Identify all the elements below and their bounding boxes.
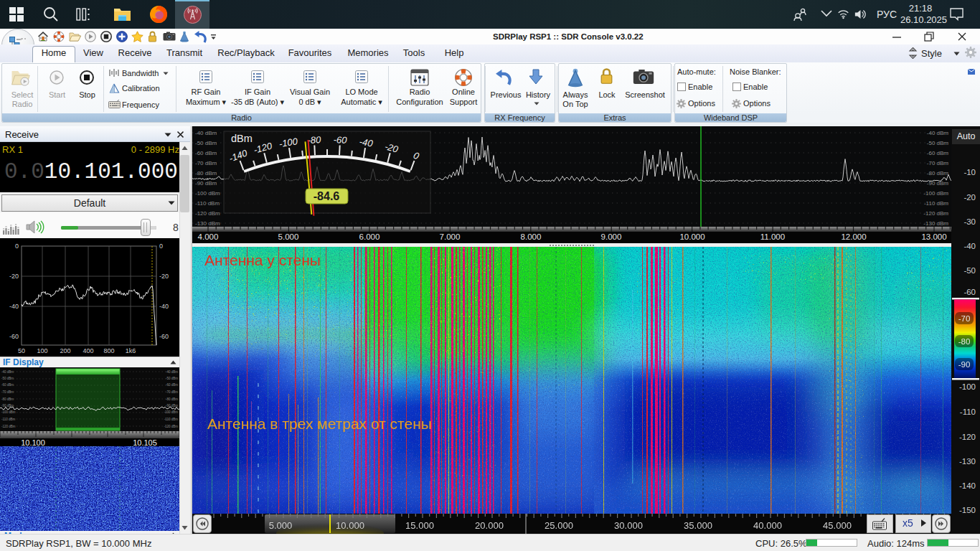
svg-text:100: 100 (37, 347, 47, 354)
svg-text:-50 dBm: -50 dBm (1, 377, 14, 380)
svg-text:12.000: 12.000 (841, 232, 866, 241)
svg-text:-70 dBm: -70 dBm (166, 390, 178, 394)
svg-text:0: 0 (15, 242, 19, 250)
svg-text:-80 dBm: -80 dBm (1, 397, 14, 401)
svg-text:40.000: 40.000 (753, 520, 782, 531)
svg-text:7.000: 7.000 (440, 232, 461, 241)
svg-text:20.000: 20.000 (475, 520, 504, 531)
svg-text:-130 dBm: -130 dBm (195, 220, 220, 227)
svg-text:-110 dBm: -110 dBm (924, 200, 948, 207)
svg-text:-50 dBm: -50 dBm (166, 377, 178, 380)
svg-text:-40 dBm: -40 dBm (195, 130, 217, 136)
svg-text:-20: -20 (159, 273, 169, 280)
svg-text:-80 dBm: -80 dBm (195, 170, 217, 176)
svg-text:-120 dBm: -120 dBm (164, 425, 178, 428)
svg-text:-90: -90 (958, 360, 971, 369)
svg-text:dBm: dBm (231, 133, 253, 144)
svg-text:-90 dBm: -90 dBm (195, 180, 217, 187)
svg-text:-80 dBm: -80 dBm (166, 397, 178, 401)
svg-text:-110 dBm: -110 dBm (1, 418, 15, 421)
svg-text:30.000: 30.000 (614, 520, 643, 531)
svg-text:0: 0 (159, 242, 163, 250)
svg-text:-50 dBm: -50 dBm (195, 140, 217, 146)
svg-text:1k6: 1k6 (126, 347, 136, 354)
svg-text:10.100: 10.100 (21, 438, 45, 447)
svg-text:9.000: 9.000 (601, 232, 622, 241)
svg-text:-60 dBm: -60 dBm (195, 150, 217, 156)
svg-text:400: 400 (83, 347, 93, 354)
svg-text:-20: -20 (9, 273, 19, 280)
svg-text:-40: -40 (9, 303, 19, 310)
svg-text:200: 200 (60, 347, 70, 354)
svg-text:10.000: 10.000 (679, 232, 705, 241)
svg-text:10.000: 10.000 (336, 520, 364, 531)
svg-text:-110 dBm: -110 dBm (164, 418, 178, 421)
svg-text:-70 dBm: -70 dBm (927, 160, 949, 166)
svg-text:-100 dBm: -100 dBm (195, 190, 220, 197)
svg-text:11.000: 11.000 (760, 232, 785, 241)
svg-text:-70 dBm: -70 dBm (195, 160, 217, 166)
svg-text:-60: -60 (159, 333, 169, 340)
svg-text:-84.6: -84.6 (314, 190, 340, 202)
svg-text:50: 50 (18, 347, 25, 354)
svg-text:-60 dBm: -60 dBm (1, 383, 14, 387)
svg-text:-120 dBm: -120 dBm (195, 210, 220, 217)
svg-text:-120 dBm: -120 dBm (1, 425, 16, 428)
svg-text:5.000: 5.000 (269, 520, 293, 531)
svg-text:10.105: 10.105 (133, 438, 157, 447)
svg-text:-100 dBm: -100 dBm (923, 190, 948, 197)
svg-text:-40 dBm: -40 dBm (927, 130, 949, 136)
svg-text:-80 dBm: -80 dBm (927, 170, 949, 176)
svg-text:45.000: 45.000 (823, 520, 852, 531)
svg-text:800: 800 (103, 347, 114, 354)
svg-text:-100 dBm: -100 dBm (164, 410, 178, 414)
svg-text:13.000: 13.000 (921, 232, 946, 241)
svg-text:-80: -80 (958, 337, 971, 346)
svg-text:-70 dBm: -70 dBm (1, 390, 14, 394)
svg-text:15.000: 15.000 (405, 520, 434, 531)
svg-text:-60 dBm: -60 dBm (927, 150, 949, 156)
svg-text:-110 dBm: -110 dBm (195, 200, 220, 207)
svg-text:-40: -40 (359, 136, 374, 149)
svg-text:-50 dBm: -50 dBm (927, 140, 949, 146)
svg-text:-60: -60 (333, 134, 347, 146)
svg-text:6.000: 6.000 (359, 232, 380, 241)
svg-text:-60 dBm: -60 dBm (166, 383, 178, 387)
svg-text:-70: -70 (958, 314, 971, 323)
svg-text:-40: -40 (159, 303, 169, 310)
svg-text:25.000: 25.000 (545, 520, 573, 531)
svg-text:-40 dBm: -40 dBm (166, 370, 178, 374)
svg-text:-60: -60 (9, 333, 19, 340)
svg-text:-130 dBm: -130 dBm (923, 220, 948, 227)
svg-text:35.000: 35.000 (684, 520, 712, 531)
svg-text:Антенна в трех метрах от стены: Антенна в трех метрах от стены (207, 415, 432, 432)
svg-text:-80: -80 (307, 134, 321, 146)
svg-text:-120 dBm: -120 dBm (923, 210, 948, 217)
svg-text:4.000: 4.000 (198, 232, 219, 241)
svg-text:-100 dBm: -100 dBm (1, 410, 16, 414)
svg-text:Антенна у стены: Антенна у стены (204, 252, 321, 268)
svg-text:-40 dBm: -40 dBm (1, 370, 14, 374)
svg-text:8.000: 8.000 (521, 232, 542, 241)
svg-text:5.000: 5.000 (278, 232, 299, 241)
